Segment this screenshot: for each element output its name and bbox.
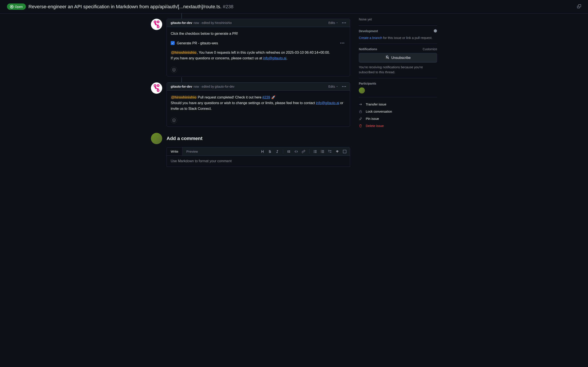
task-list-icon[interactable] (328, 150, 332, 153)
gear-icon[interactable] (434, 29, 437, 33)
edits-dropdown[interactable]: Edits (328, 21, 338, 25)
add-reaction-button[interactable] (171, 117, 177, 124)
comment: gitauto-for-dev now · edited by gitauto-… (167, 82, 350, 127)
create-branch-link[interactable]: Create a branch (359, 36, 382, 40)
comment-textarea[interactable]: Use Markdown to format your comment (167, 156, 350, 167)
edits-dropdown[interactable]: Edits (328, 85, 338, 88)
tab-preview[interactable]: Preview (183, 147, 202, 155)
pin-icon (359, 117, 363, 120)
avatar[interactable] (151, 82, 162, 94)
fullscreen-icon[interactable] (343, 150, 346, 153)
add-comment-heading: Add a comment (167, 136, 202, 141)
kebab-icon[interactable] (342, 86, 346, 87)
comment-text: @hiroshinishio, You have 0 requests left… (171, 50, 346, 61)
svg-point-1 (157, 26, 159, 28)
quote-icon[interactable] (287, 150, 291, 153)
lock-conversation-action[interactable]: Lock conversation (359, 108, 437, 115)
status-badge: Open (7, 3, 26, 10)
issue-number: #238 (223, 4, 234, 9)
kebab-icon[interactable] (342, 22, 346, 23)
lock-icon (359, 110, 363, 113)
mention[interactable]: @hiroshinishio (171, 95, 197, 99)
svg-point-3 (154, 85, 156, 87)
status-label: Open (15, 5, 23, 8)
bold-icon[interactable] (268, 150, 272, 153)
unsubscribe-button[interactable]: Unsubscribe (359, 53, 437, 63)
svg-rect-9 (328, 150, 329, 151)
mention[interactable]: @hiroshinishio (171, 51, 197, 54)
link-icon[interactable] (302, 150, 305, 153)
italic-icon[interactable] (276, 150, 279, 153)
open-status-icon (10, 5, 14, 8)
svg-point-7 (314, 151, 314, 151)
sidebar-heading-notifications: Notifications (359, 47, 377, 51)
add-reaction-button[interactable] (171, 67, 177, 73)
heading-icon[interactable] (261, 150, 264, 153)
arrow-right-icon (359, 103, 363, 106)
checkbox-checked-icon[interactable] (171, 41, 175, 45)
svg-point-8 (314, 152, 314, 153)
task-label: Generate PR - gitauto-wes (177, 41, 218, 46)
customize-link[interactable]: Customize (423, 47, 437, 51)
mention-icon[interactable] (336, 150, 339, 153)
comment-meta: now · edited by gitauto-for-dev (193, 85, 235, 88)
pin-issue-action[interactable]: Pin issue (359, 115, 437, 122)
participant-avatar[interactable] (359, 87, 365, 93)
comment-meta: now · edited by hiroshinishio (193, 21, 232, 25)
sidebar-heading-participants: Participants (359, 82, 376, 85)
svg-point-5 (157, 85, 159, 87)
comment-editor: Write Preview (167, 147, 350, 167)
email-link[interactable]: info@gitauto.ai (263, 56, 286, 60)
transfer-issue-action[interactable]: Transfer issue (359, 101, 437, 108)
issue-title: Reverse-engineer an API specification in… (28, 4, 234, 9)
comment-text: @hiroshinishio Pull request completed! C… (171, 95, 346, 111)
bell-slash-icon (385, 55, 389, 60)
avatar[interactable] (151, 19, 162, 30)
pr-link[interactable]: #239 (262, 95, 270, 99)
copy-link-icon[interactable] (577, 4, 581, 9)
comment-author[interactable]: gitauto-for-dev (171, 85, 192, 88)
comment-author[interactable]: gitauto-for-dev (171, 21, 192, 25)
svg-point-6 (314, 150, 314, 150)
sidebar-heading-development: Development (359, 29, 378, 33)
task-item: Generate PR - gitauto-wes (171, 40, 346, 47)
ordered-list-icon[interactable] (321, 150, 324, 153)
trash-icon (359, 124, 363, 128)
sidebar-none-yet: None yet (359, 17, 437, 22)
comment: gitauto-for-dev now · edited by hiroshin… (167, 19, 350, 76)
svg-point-0 (154, 21, 156, 23)
unordered-list-icon[interactable] (313, 150, 317, 153)
email-link[interactable]: info@gitauto.ai (316, 101, 339, 105)
svg-rect-11 (360, 111, 362, 113)
avatar[interactable] (151, 133, 162, 144)
comment-text: Click the checkbox below to generate a P… (171, 31, 346, 36)
notification-text: You're receiving notifications because y… (359, 65, 437, 75)
svg-point-4 (157, 90, 159, 92)
kebab-icon[interactable] (340, 43, 346, 43)
svg-point-2 (157, 21, 159, 23)
tab-write[interactable]: Write (167, 147, 183, 155)
code-icon[interactable] (294, 150, 298, 153)
delete-issue-action[interactable]: Delete issue (359, 122, 437, 129)
